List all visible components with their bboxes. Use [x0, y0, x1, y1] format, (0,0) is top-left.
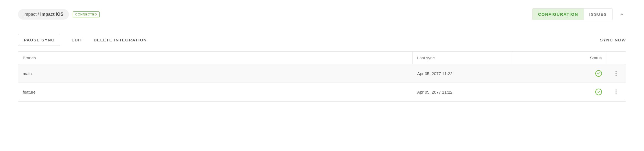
table-row: main Apr 05, 2077 11:22 — [18, 64, 626, 83]
last-sync-value: Apr 05, 2077 11:22 — [413, 85, 512, 99]
breadcrumb[interactable]: impact / Impact iOS — [18, 9, 69, 20]
row-menu-button[interactable] — [614, 69, 618, 78]
tab-issues[interactable]: ISSUES — [584, 9, 612, 20]
last-sync-value: Apr 05, 2077 11:22 — [413, 66, 512, 81]
column-header-status: Status — [512, 52, 606, 64]
column-header-last-sync: Last sync — [413, 52, 512, 64]
branch-name: feature — [18, 85, 413, 99]
breadcrumb-separator: / — [37, 12, 40, 17]
branch-name: main — [18, 66, 413, 81]
breadcrumb-project: Impact iOS — [40, 12, 63, 17]
branches-table: Branch Last sync Status main Apr 05, 207… — [18, 51, 626, 102]
table-row: feature Apr 05, 2077 11:22 — [18, 83, 626, 101]
chevron-up-icon[interactable] — [618, 10, 626, 18]
check-circle-icon — [595, 89, 602, 95]
check-circle-icon — [595, 70, 602, 77]
tab-configuration[interactable]: CONFIGURATION — [533, 9, 584, 20]
breadcrumb-org: impact — [24, 12, 37, 17]
tab-group: CONFIGURATION ISSUES — [532, 8, 613, 20]
delete-integration-button[interactable]: DELETE INTEGRATION — [94, 34, 147, 46]
status-cell — [512, 65, 606, 82]
pause-sync-button[interactable]: PAUSE SYNC — [18, 34, 60, 46]
column-header-actions — [606, 54, 626, 62]
table-header-row: Branch Last sync Status — [18, 52, 626, 64]
sync-now-button[interactable]: SYNC NOW — [600, 34, 626, 46]
status-cell — [512, 84, 606, 100]
connected-badge: CONNECTED — [73, 11, 100, 17]
edit-button[interactable]: EDIT — [71, 34, 82, 46]
column-header-branch: Branch — [18, 52, 413, 64]
row-menu-button[interactable] — [614, 88, 618, 96]
